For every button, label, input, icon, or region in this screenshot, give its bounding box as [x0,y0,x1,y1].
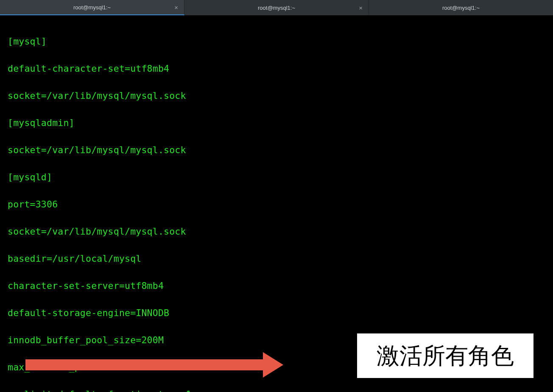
tab-2[interactable]: root@mysql1:~ × [184,0,369,15]
close-icon[interactable]: × [174,4,178,11]
arrow-head-icon [263,352,283,378]
config-line: [mysql] [8,35,545,48]
annotation-label: 激活所有角色 [357,333,533,378]
config-line: default-character-set=utf8mb4 [8,62,545,76]
tab-title: root@mysql1:~ [258,5,295,11]
config-line: character-set-server=utf8mb4 [8,279,545,293]
close-icon[interactable]: × [359,4,363,11]
tab-title: root@mysql1:~ [442,5,480,11]
config-line: default-storage-engine=INNODB [8,306,545,320]
tab-1[interactable]: root@mysql1:~ × [0,0,184,15]
config-line: basedir=/usr/local/mysql [8,252,545,266]
config-line: port=3306 [8,198,545,211]
config-line: socket=/var/lib/mysql/mysql.sock [8,225,545,238]
config-line: [mysqld] [8,171,545,184]
config-line: [mysqladmin] [8,116,545,130]
annotation-arrow [25,352,283,378]
config-line: explicit_defaults_for_timestamp=1 [8,388,545,392]
arrow-shaft [25,359,263,370]
tab-3[interactable]: root@mysql1:~ [369,0,553,15]
tab-bar: root@mysql1:~ × root@mysql1:~ × root@mys… [0,0,553,15]
config-line: socket=/var/lib/mysql/mysql.sock [8,89,545,103]
config-line: socket=/var/lib/mysql/mysql.sock [8,143,545,157]
tab-title: root@mysql1:~ [73,4,111,11]
